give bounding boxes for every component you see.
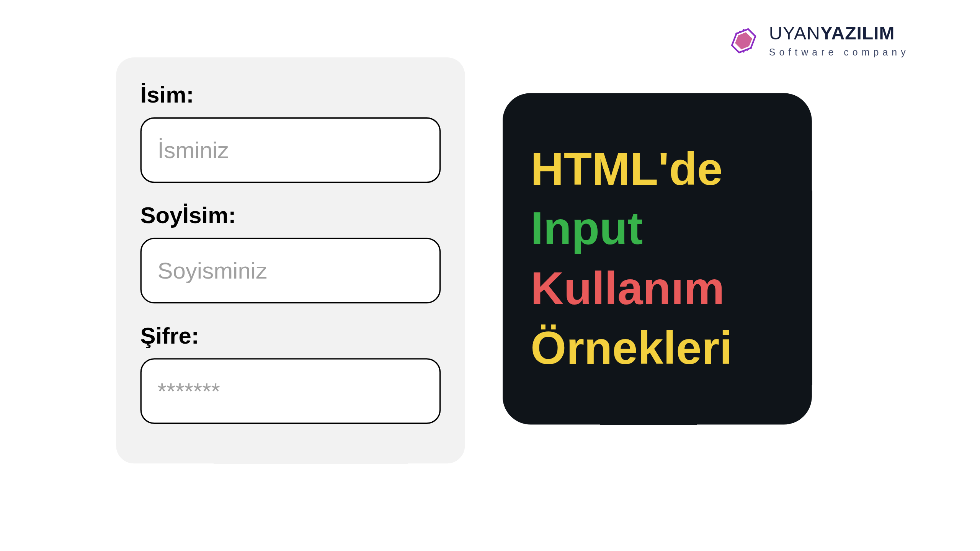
surname-input[interactable] bbox=[140, 238, 441, 303]
logo-tagline: Software company bbox=[769, 47, 910, 57]
form-group-name: İsim: bbox=[140, 82, 441, 183]
password-input[interactable] bbox=[140, 358, 441, 424]
title-line-3: Kullanım bbox=[531, 259, 732, 318]
title-card: HTML'de Input Kullanım Örnekleri bbox=[503, 93, 812, 424]
form-card: İsim: Soyİsim: Şifre: bbox=[116, 57, 465, 463]
password-label: Şifre: bbox=[140, 323, 441, 349]
title-line-2: Input bbox=[531, 199, 732, 259]
logo-brand-name: UYANYAZILIM bbox=[769, 24, 910, 42]
brand-logo: UYANYAZILIM Software company bbox=[727, 24, 910, 57]
title-text: HTML'de Input Kullanım Örnekleri bbox=[531, 140, 732, 378]
logo-icon bbox=[727, 24, 760, 57]
form-group-surname: Soyİsim: bbox=[140, 202, 441, 303]
title-line-1: HTML'de bbox=[531, 140, 732, 199]
surname-label: Soyİsim: bbox=[140, 202, 441, 229]
form-group-password: Şifre: bbox=[140, 323, 441, 424]
title-line-4: Örnekleri bbox=[531, 318, 732, 378]
name-input[interactable] bbox=[140, 117, 441, 183]
name-label: İsim: bbox=[140, 82, 441, 108]
